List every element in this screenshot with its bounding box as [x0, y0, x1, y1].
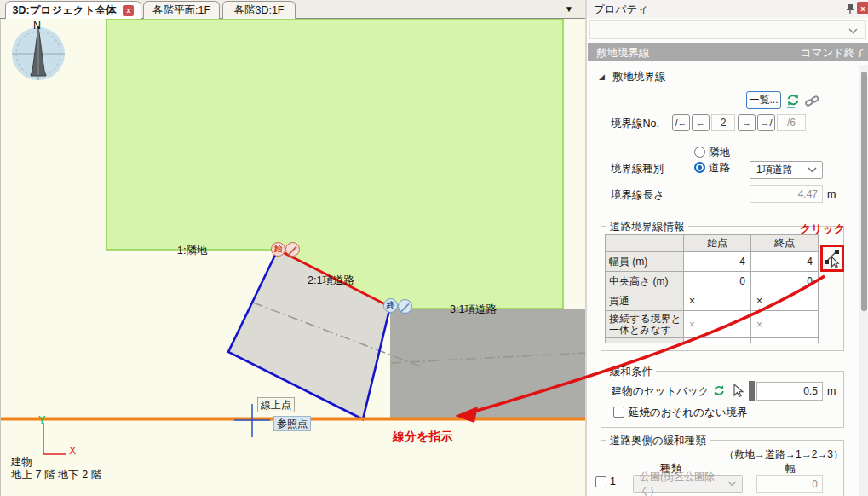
- axis-x-label: X: [69, 445, 76, 457]
- panel-scrollbar[interactable]: [859, 65, 868, 496]
- far-side-note: （敷地→道路→1→2→3）: [724, 447, 843, 462]
- row-label: 幅員 (m): [606, 252, 684, 272]
- table-header-row: 始点 終点: [606, 235, 819, 252]
- origin-axis-icon: [43, 423, 66, 454]
- boundary-no-last-button[interactable]: →/: [757, 114, 775, 131]
- panel-close-icon[interactable]: x: [857, 2, 868, 14]
- header-start-cell: 始点: [684, 235, 751, 252]
- road-class-select[interactable]: 1項道路: [750, 161, 823, 179]
- section-expander-icon[interactable]: ◢: [599, 72, 605, 81]
- boundary-no-next-button[interactable]: →: [738, 114, 756, 131]
- far-side-title: 道路奥側の緩和種類: [606, 434, 710, 448]
- start-point-badge: 始: [271, 242, 285, 257]
- site-area: [106, 19, 563, 309]
- boundary-no-first-button[interactable]: /←: [672, 114, 690, 131]
- tab-floor-plan-1f[interactable]: 各階平面:1F: [143, 1, 220, 19]
- tab-close-icon[interactable]: x: [123, 5, 134, 16]
- setback-label: 建物のセットバック: [612, 384, 710, 399]
- radio-neighbor-label[interactable]: 隣地: [709, 146, 730, 160]
- boundary-type-label: 境界線種別: [611, 162, 664, 176]
- list-button[interactable]: 一覧...: [746, 91, 781, 109]
- table-row: 幅員 (m) 4 4: [606, 252, 819, 272]
- link-icon[interactable]: [805, 95, 819, 107]
- boundary-no-label: 境界線No.: [611, 117, 659, 131]
- row-end-value[interactable]: ×: [751, 311, 819, 338]
- row-label: 接続する境界と一体とみなす: [606, 311, 684, 338]
- fire-spread-checkbox[interactable]: [613, 407, 624, 418]
- building-info-line2: 地上 7 階 地下 2 階: [11, 468, 101, 482]
- row-start-value[interactable]: 4: [684, 252, 751, 272]
- header-end-cell: 終点: [751, 235, 819, 252]
- property-panel: プロパティ x 敷地境界線 コマンド終了 ◢ 敷地境界線 一覧...: [585, 0, 868, 496]
- setback-input[interactable]: 0.5: [756, 382, 823, 401]
- radio-road[interactable]: [694, 162, 705, 173]
- north-compass-icon: [12, 26, 65, 80]
- far-side-type-select[interactable]: 公園(街区公園除く): [633, 475, 743, 493]
- boundary-label-adjacent: 1:隣地: [177, 244, 207, 258]
- command-title: 敷地境界線: [596, 46, 650, 61]
- boundary-no-prev-button[interactable]: ←: [692, 114, 710, 131]
- row-start-value[interactable]: 0: [684, 272, 751, 291]
- axis-y-label: Y: [38, 414, 45, 426]
- relaxation-title: 緩和条件: [606, 365, 656, 379]
- tab-label: 各階3D:1F: [233, 3, 284, 18]
- road-info-title: 道路境界線情報: [606, 220, 688, 234]
- property-selector-combo[interactable]: [589, 20, 866, 39]
- chevron-down-icon: [848, 28, 858, 34]
- end-slash-marker-icon: [398, 299, 412, 314]
- setback-cursor-icon[interactable]: [732, 383, 744, 399]
- pick-line-highlight-box: [820, 245, 844, 272]
- radio-neighbor[interactable]: [694, 147, 705, 158]
- boundary-label-road3: 3:1項道路: [450, 303, 497, 317]
- fire-spread-checkbox-label[interactable]: 延焼のおそれのない境界: [629, 406, 748, 420]
- table-row: 貫通 × ×: [606, 291, 819, 311]
- table-row: 中央高さ (m) 0 0: [606, 272, 819, 291]
- radio-road-label[interactable]: 道路: [709, 161, 730, 176]
- compass-north-label: N: [33, 20, 41, 32]
- row-end-value[interactable]: ×: [751, 291, 819, 311]
- click-note: クリック: [800, 222, 845, 237]
- setback-unit: m: [827, 385, 836, 397]
- boundary-length-field: 4.47: [750, 185, 823, 203]
- far-side-row1-checkbox[interactable]: [595, 476, 606, 487]
- far-side-row1-number: 1: [610, 476, 616, 487]
- tab-floor-3d-1f[interactable]: 各階3D:1F: [222, 1, 296, 19]
- instruction-note: 線分を指示: [393, 430, 452, 445]
- pin-icon[interactable]: [845, 3, 855, 14]
- tab-label: 3D:プロジェクト全体: [13, 3, 117, 18]
- setback-refresh-icon[interactable]: [712, 384, 726, 398]
- far-side-type-value: 公園(街区公園除く): [640, 470, 727, 496]
- row-label: 中央高さ (m): [606, 272, 684, 291]
- boundary-no-total-field: /6: [777, 114, 806, 131]
- pick-line-button[interactable]: [824, 248, 841, 269]
- panel-title: プロパティ: [594, 3, 648, 17]
- command-finish-button[interactable]: コマンド終了: [801, 46, 865, 61]
- row-end-value[interactable]: 0: [751, 272, 819, 291]
- snap-tip-on-line: 線上点: [257, 397, 295, 412]
- road-class-value: 1項道路: [756, 163, 793, 177]
- table-row: 接続する境界と一体とみなす × ×: [606, 311, 819, 338]
- chevron-down-icon: [808, 167, 817, 173]
- far-side-width-input[interactable]: 0: [756, 475, 823, 493]
- drawing-canvas[interactable]: N 1:隣地 2:1項道路 3:1項道路 Y X 建物 地上 7 階 地下 2 …: [0, 19, 585, 496]
- boundary-no-value-field[interactable]: 2: [711, 114, 735, 131]
- header-empty-cell: [606, 235, 684, 252]
- road-info-table: 始点 終点 幅員 (m) 4 4 中央高さ (m) 0 0 貫通 × × 接続す…: [605, 234, 819, 343]
- start-slash-marker-icon: [285, 242, 300, 257]
- refresh-icon[interactable]: [785, 93, 801, 108]
- document-tab-bar: 3D:プロジェクト全体 x 各階平面:1F 各階3D:1F ▼: [0, 0, 585, 19]
- tab-label: 各階平面:1F: [152, 3, 210, 18]
- tab-3d-project[interactable]: 3D:プロジェクト全体 x: [5, 1, 141, 19]
- row-start-value[interactable]: ×: [684, 291, 751, 311]
- application-window: 3D:プロジェクト全体 x 各階平面:1F 各階3D:1F ▼: [0, 0, 868, 496]
- chevron-down-icon: [727, 481, 737, 487]
- road-area: [390, 309, 586, 418]
- tab-overflow-icon[interactable]: ▼: [565, 4, 573, 14]
- snap-tip-reference: 参照点: [273, 416, 311, 431]
- boundary-label-road2: 2:1項道路: [308, 274, 354, 288]
- row-start-value[interactable]: ×: [684, 311, 751, 338]
- row-end-value[interactable]: 4: [751, 252, 819, 272]
- setback-drag-handle[interactable]: [749, 381, 755, 401]
- scrollbar-thumb[interactable]: [861, 72, 867, 311]
- row-label: 貫通: [606, 291, 684, 311]
